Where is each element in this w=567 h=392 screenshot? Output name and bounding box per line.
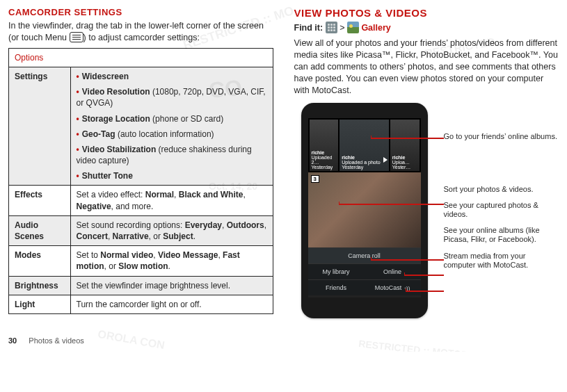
bullet-icon: •	[77, 72, 82, 81]
bullet-icon: •	[77, 129, 82, 139]
tile-line: Uploaded a photo	[342, 160, 386, 165]
row-audio-label: Audio Scenes	[9, 215, 71, 245]
intro-post: ) to adjust camcorder settings:	[83, 33, 200, 42]
friend-tile: richie Uploa… Yester…	[390, 120, 420, 171]
setting-storage-detail: (phone or SD card)	[150, 114, 223, 124]
nav-motocast: MotoCast◦))	[365, 279, 421, 295]
setting-geotag-detail: (auto location information)	[115, 129, 214, 139]
callout-online-albums: See your online albums (like Picasa, Fli…	[444, 226, 559, 244]
effects-pre: Set a video effect:	[77, 190, 145, 199]
row-brightness-label: Brightness	[9, 276, 71, 295]
modes-message: Video Message	[158, 250, 218, 260]
video-play-icon	[383, 157, 388, 163]
setting-vres: Video Resolution	[82, 87, 150, 97]
page-columns: CAMCORDER SETTINGS In the viewfinder, dr…	[8, 7, 559, 332]
modes-slow: Slow motion	[118, 261, 168, 271]
effects-normal: Normal	[145, 190, 174, 199]
friend-tile: richie Uploaded 2… Yesterday	[310, 120, 339, 171]
friend-tile: richie Uploaded a photo Yesterday	[340, 120, 388, 171]
bullet-icon: •	[77, 145, 82, 154]
footer-section: Photos & videos	[29, 336, 84, 345]
gallery-icon	[347, 22, 359, 33]
sep: ,	[264, 220, 266, 230]
find-it-line: Find it: > Gallery	[294, 22, 559, 33]
row-audio-value: Set sound recording options: Everyday, O…	[70, 215, 273, 245]
row-effects-value: Set a video effect: Normal, Black and Wh…	[70, 186, 273, 215]
photo-preview: 3	[308, 172, 421, 247]
options-header: Options	[9, 48, 273, 67]
setting-shutter: Shutter Tone	[82, 171, 133, 181]
modes-normal: Normal video	[100, 250, 153, 260]
section-heading-camcorder: CAMCORDER SETTINGS	[8, 7, 273, 17]
tile-when: Yesterday	[312, 165, 337, 170]
audio-everyday: Everyday	[185, 220, 222, 230]
sep: ,	[153, 250, 158, 260]
callouts: Go to your friends’ online albums. Sort …	[444, 181, 559, 277]
setting-widescreen: Widescreen	[82, 72, 129, 81]
row-settings-label: Settings	[9, 67, 71, 186]
effects-neg: Negative	[77, 202, 111, 211]
phone-screen: richie Uploaded 2… Yesterday richie Uplo…	[308, 118, 421, 297]
phone-device: richie Uploaded 2… Yesterday richie Uplo…	[301, 103, 428, 318]
modes-post: .	[168, 261, 170, 271]
menu-icon	[70, 32, 83, 42]
setting-storage: Storage Location	[82, 114, 150, 124]
gallery-bottom-nav: Camera roll My library Online Friends Mo…	[308, 247, 421, 295]
audio-subject: Subject	[163, 231, 193, 241]
effects-post: , and more.	[111, 202, 154, 211]
right-column: VIEW PHOTOS & VIDEOS Find it: > Gallery …	[294, 7, 559, 332]
bullet-icon: •	[77, 87, 82, 97]
nav-online: Online	[365, 263, 421, 279]
sep: ,	[108, 231, 113, 241]
tile-username: richie	[312, 150, 337, 155]
audio-outdoors: Outdoors	[227, 220, 264, 230]
sep: ,	[222, 220, 227, 230]
sep: ,	[243, 190, 245, 199]
sep: , or	[149, 231, 163, 241]
phone-figure: richie Uploaded 2… Yesterday richie Uplo…	[294, 103, 552, 332]
friends-tiles-row: richie Uploaded 2… Yesterday richie Uplo…	[308, 118, 421, 172]
audio-pre: Set sound recording options:	[77, 220, 185, 230]
row-light-label: Light	[9, 295, 71, 313]
nav-camera-roll: Camera roll	[308, 247, 421, 263]
camcorder-intro: In the viewfinder, drag the tab in the l…	[8, 20, 273, 44]
tile-when: Yester…	[392, 165, 417, 170]
callout-captured: See your captured photos & videos.	[444, 201, 559, 219]
tile-line: Uploa…	[392, 160, 417, 165]
bullet-icon: •	[77, 114, 82, 124]
sep: , or	[104, 261, 119, 271]
bullet-icon: •	[77, 171, 82, 181]
find-it-app: Gallery	[361, 23, 390, 33]
row-modes-label: Modes	[9, 246, 71, 276]
options-table: Options Settings •Widescreen •Video Reso…	[8, 48, 273, 314]
find-it-label: Find it:	[294, 23, 324, 33]
sep: ,	[174, 190, 179, 199]
effects-bw: Black and White	[179, 190, 243, 199]
row-effects-label: Effects	[9, 186, 71, 215]
audio-concert: Concert	[77, 231, 108, 241]
audio-narrative: Narrative	[113, 231, 149, 241]
nav-motocast-label: MotoCast	[375, 284, 402, 291]
view-paragraph: View all of your photos and your friends…	[294, 38, 559, 96]
find-it-sep: >	[340, 23, 347, 33]
photo-count-badge: 3	[311, 175, 319, 183]
audio-post: .	[193, 231, 195, 241]
tile-username: richie	[392, 155, 417, 160]
page-footer: 30 Photos & videos	[8, 336, 559, 345]
page-number: 30	[8, 336, 17, 345]
nav-my-library: My library	[308, 263, 365, 279]
callout-sort: Sort your photos & videos.	[444, 185, 559, 194]
callout-friends-albums: Go to your friends’ online albums.	[444, 132, 559, 141]
row-light-value: Turn the camcorder light on or off.	[70, 295, 273, 313]
row-settings-value: •Widescreen •Video Resolution (1080p, 72…	[70, 67, 273, 186]
row-modes-value: Set to Normal video, Video Message, Fast…	[70, 246, 273, 276]
tile-when: Yesterday	[342, 165, 386, 170]
setting-stabilization: Video Stabilization	[82, 145, 156, 154]
tile-username: richie	[342, 155, 386, 160]
row-brightness-value: Set the viewfinder image brightness leve…	[70, 276, 273, 295]
callout-motocast: Stream media from your computer with Mot…	[444, 252, 559, 270]
modes-pre: Set to	[77, 250, 101, 260]
section-heading-view: VIEW PHOTOS & VIDEOS	[294, 7, 559, 19]
nav-friends: Friends	[308, 279, 365, 295]
apps-grid-icon	[326, 22, 337, 33]
